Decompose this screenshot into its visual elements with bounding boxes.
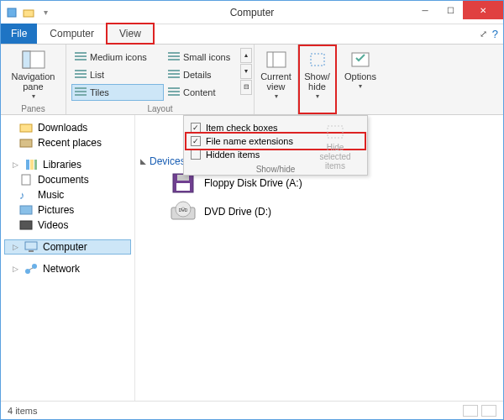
svg-rect-11: [30, 160, 34, 170]
device-dvd[interactable]: DVD DVD Drive (D:): [140, 199, 498, 224]
ribbon-tabs: File Computer View ⤢ ?: [1, 24, 503, 45]
svg-rect-17: [29, 250, 34, 252]
navigation-tree[interactable]: Downloads Recent places ▷Libraries Docum…: [1, 115, 135, 401]
minimize-button[interactable]: ─: [412, 1, 438, 19]
help-icon[interactable]: ?: [492, 28, 498, 40]
svg-rect-12: [34, 160, 37, 170]
show-hide-icon: [306, 50, 329, 70]
tab-computer[interactable]: Computer: [37, 24, 107, 44]
navigation-pane-icon: [22, 50, 45, 70]
device-dvd-label: DVD Drive (D:): [204, 206, 271, 218]
recent-icon: [19, 137, 33, 149]
options-button[interactable]: Options ▾: [342, 46, 379, 94]
documents-icon: [19, 174, 33, 186]
window-title: Computer: [230, 7, 275, 18]
svg-rect-16: [25, 242, 37, 249]
current-view-label: Current view: [260, 71, 291, 92]
nav-videos[interactable]: Videos: [4, 218, 131, 233]
qat-dropdown-icon[interactable]: ▾: [38, 5, 53, 20]
show-hide-button[interactable]: Show/ hide ▾: [303, 46, 331, 104]
libraries-icon: [24, 159, 38, 171]
svg-line-20: [29, 268, 33, 270]
nav-computer[interactable]: ▷Computer: [4, 239, 131, 255]
nav-downloads[interactable]: Downloads: [4, 120, 131, 135]
view-large-icon[interactable]: [481, 405, 496, 417]
svg-rect-13: [22, 175, 30, 185]
svg-rect-9: [20, 139, 32, 147]
layout-details[interactable]: Details: [165, 66, 244, 83]
hide-selected-items: Hide selected items: [310, 123, 360, 171]
svg-rect-23: [176, 183, 190, 191]
tab-view[interactable]: View: [107, 24, 154, 44]
nav-libraries[interactable]: ▷Libraries: [4, 157, 131, 172]
qat-properties-icon[interactable]: [4, 5, 19, 20]
show-hide-dropdown: ✓Item check boxes ✓File name extensions …: [183, 115, 368, 176]
status-item-count: 4 items: [8, 406, 37, 416]
current-view-button[interactable]: Current view ▾: [260, 46, 292, 104]
computer-icon: [24, 241, 38, 253]
layout-content[interactable]: Content: [165, 84, 244, 101]
navigation-pane-label: Navigation pane: [12, 71, 55, 92]
layout-medium[interactable]: Medium icons: [71, 49, 164, 66]
tab-file[interactable]: File: [1, 24, 37, 44]
layout-gallery[interactable]: Medium icons Small icons List Details Ti…: [71, 49, 249, 101]
group-label-panes: Panes: [1, 104, 66, 113]
layout-tiles[interactable]: Tiles: [71, 84, 164, 101]
pictures-icon: [19, 204, 33, 216]
nav-documents[interactable]: Documents: [4, 172, 131, 187]
layout-more-icon[interactable]: ⊟: [240, 80, 252, 95]
videos-icon: [19, 219, 33, 231]
svg-rect-10: [26, 160, 29, 170]
layout-small[interactable]: Small icons: [165, 49, 244, 66]
svg-rect-22: [177, 175, 189, 181]
downloads-icon: [19, 122, 33, 134]
svg-rect-0: [8, 8, 16, 17]
layout-scroll-down-icon[interactable]: ▾: [240, 64, 252, 79]
svg-rect-28: [328, 126, 343, 138]
svg-rect-8: [20, 124, 32, 132]
close-button[interactable]: ✕: [463, 1, 503, 19]
svg-rect-3: [23, 51, 30, 68]
device-floppy-label: Floppy Disk Drive (A:): [204, 177, 302, 189]
navigation-pane-button[interactable]: Navigation pane ▾: [6, 46, 60, 104]
svg-text:DVD: DVD: [179, 207, 188, 213]
dvd-icon: DVD: [171, 201, 196, 223]
title-bar: ▾ Computer ─ ☐ ✕: [1, 1, 503, 24]
svg-rect-6: [311, 54, 324, 66]
current-view-icon: [265, 50, 288, 70]
nav-music[interactable]: ♪Music: [4, 187, 131, 202]
nav-pictures[interactable]: Pictures: [4, 202, 131, 218]
layout-scroll-up-icon[interactable]: ▴: [240, 48, 252, 63]
music-icon: ♪: [19, 189, 33, 201]
svg-rect-4: [267, 52, 286, 67]
layout-list[interactable]: List: [71, 66, 164, 83]
ribbon-collapse-icon[interactable]: ⤢: [480, 29, 487, 39]
ribbon: Navigation pane ▾ Panes Medium icons Sma…: [1, 45, 503, 115]
svg-rect-1: [24, 10, 34, 17]
maximize-button[interactable]: ☐: [438, 1, 463, 19]
svg-rect-15: [20, 221, 32, 229]
network-icon: [24, 263, 38, 275]
popup-group-label: Show/hide: [184, 165, 367, 174]
options-icon: [349, 50, 372, 70]
status-bar: 4 items: [1, 401, 503, 419]
nav-recent[interactable]: Recent places: [4, 135, 131, 150]
show-hide-label: Show/ hide: [304, 71, 330, 92]
view-details-icon[interactable]: [463, 405, 478, 417]
qat-newfolder-icon[interactable]: [21, 5, 36, 20]
svg-rect-14: [20, 206, 32, 214]
nav-network[interactable]: ▷Network: [4, 261, 131, 276]
group-label-layout: Layout: [66, 104, 254, 113]
options-label: Options: [344, 71, 376, 81]
